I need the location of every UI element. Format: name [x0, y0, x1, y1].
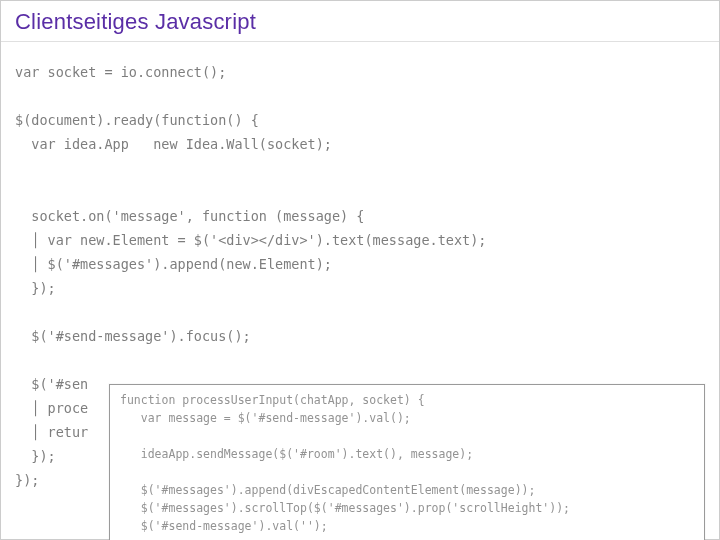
code-line: │ retur: [15, 424, 88, 440]
code-line: });: [15, 472, 39, 488]
code-line: $('#send-message').focus();: [15, 328, 251, 344]
slide: Clientseitiges Javascript var socket = i…: [0, 0, 720, 540]
overlay-line: $('#messages').append(divEscapedContentE…: [120, 483, 535, 497]
code-line: │ proce: [15, 400, 88, 416]
overlay-line: $('#messages').scrollTop($('#messages').…: [120, 501, 570, 515]
code-line: var socket = io.connect();: [15, 64, 226, 80]
code-line: $(document).ready(function() {: [15, 112, 259, 128]
code-line: │ $('#messages').append(new.Element);: [15, 256, 332, 272]
overlay-code-block: function processUserInput(chatApp, socke…: [120, 391, 694, 535]
code-line: });: [15, 280, 56, 296]
code-line: socket.on('message', function (message) …: [15, 208, 365, 224]
code-area: var socket = io.connect(); $(document).r…: [1, 42, 719, 506]
code-line: });: [15, 448, 56, 464]
code-line: var idea.App new Idea.Wall(socket);: [15, 136, 332, 152]
title-wrap: Clientseitiges Javascript: [1, 1, 719, 42]
overlay-code-box: function processUserInput(chatApp, socke…: [109, 384, 705, 540]
code-line: $('#sen: [15, 376, 88, 392]
overlay-line: ideaApp.sendMessage($('#room').text(), m…: [120, 447, 473, 461]
slide-title: Clientseitiges Javascript: [15, 9, 705, 35]
code-line: │ var new.Element = $('<div></div>').tex…: [15, 232, 486, 248]
overlay-line: function processUserInput(chatApp, socke…: [120, 393, 425, 407]
overlay-line: $('#send-message').val('');: [120, 519, 328, 533]
overlay-line: var message = $('#send-message').val();: [120, 411, 411, 425]
